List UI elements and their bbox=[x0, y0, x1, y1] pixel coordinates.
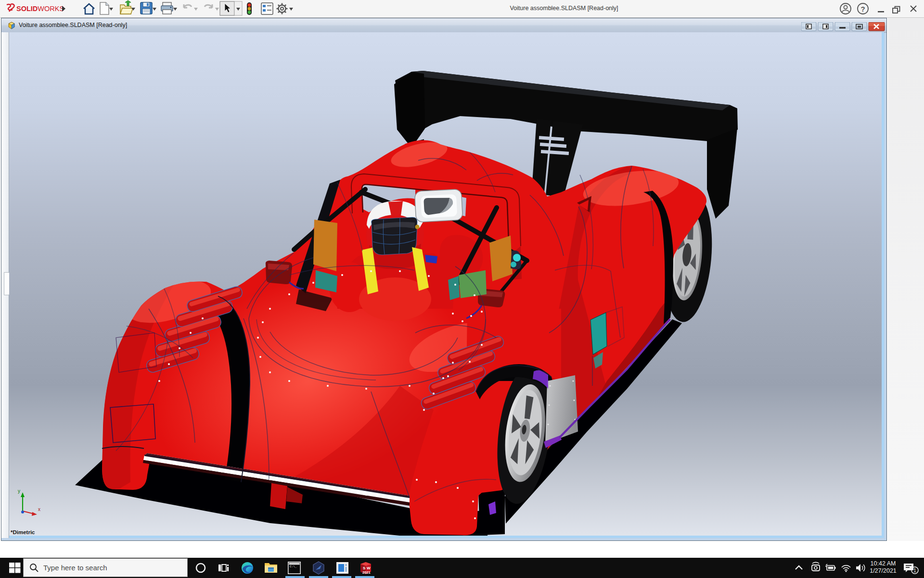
svg-text:2021: 2021 bbox=[362, 570, 371, 575]
svg-text:y: y bbox=[18, 488, 20, 494]
svg-text:S: S bbox=[363, 566, 366, 570]
svg-text:C:\_: C:\_ bbox=[290, 565, 297, 568]
svg-text:?: ? bbox=[860, 5, 865, 13]
svg-text:W: W bbox=[367, 566, 371, 570]
svg-text:*Dimetric: *Dimetric bbox=[11, 529, 35, 535]
svg-text:SOLIDWORKS: SOLIDWORKS bbox=[16, 5, 64, 13]
svg-text:x: x bbox=[38, 507, 40, 512]
svg-text:1: 1 bbox=[913, 567, 916, 573]
